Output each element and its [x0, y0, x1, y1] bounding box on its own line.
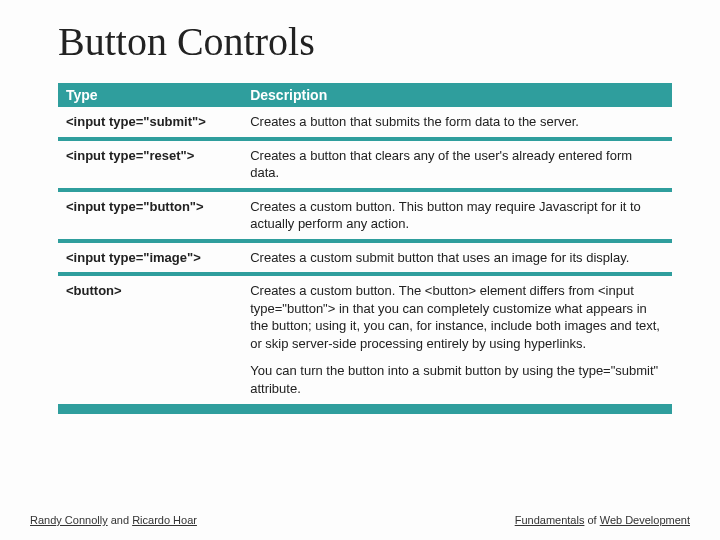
- cell-desc: Creates a custom submit button that uses…: [242, 241, 672, 275]
- footer-book: Fundamentals of Web Development: [515, 514, 690, 526]
- cell-type: <input type="reset">: [58, 139, 242, 190]
- cell-desc: Creates a custom button. The <button> el…: [242, 274, 672, 408]
- cell-desc: Creates a button that submits the form d…: [242, 107, 672, 139]
- table-row: <input type="button"> Creates a custom b…: [58, 190, 672, 241]
- col-type: Type: [58, 83, 242, 107]
- author-2: Ricardo Hoar: [132, 514, 197, 526]
- button-controls-table: Type Description <input type="submit"> C…: [58, 83, 672, 414]
- cell-type: <input type="button">: [58, 190, 242, 241]
- book-word-1: Fundamentals: [515, 514, 585, 526]
- cell-type: <input type="image">: [58, 241, 242, 275]
- desc-para2: You can turn the button into a submit bu…: [250, 362, 664, 397]
- author-1: Randy Connolly: [30, 514, 108, 526]
- book-word-2: Web Development: [600, 514, 690, 526]
- cell-type: <button>: [58, 274, 242, 408]
- desc-para1: Creates a custom button. The <button> el…: [250, 282, 664, 352]
- footer-sep: and: [108, 514, 132, 526]
- table-header-row: Type Description: [58, 83, 672, 107]
- footer-sep2: of: [584, 514, 599, 526]
- table-row: <input type="reset"> Creates a button th…: [58, 139, 672, 190]
- table-row: <button> Creates a custom button. The <b…: [58, 274, 672, 408]
- slide-footer: Randy Connolly and Ricardo Hoar Fundamen…: [0, 514, 720, 526]
- footer-authors: Randy Connolly and Ricardo Hoar: [30, 514, 197, 526]
- cell-desc: Creates a custom button. This button may…: [242, 190, 672, 241]
- cell-type: <input type="submit">: [58, 107, 242, 139]
- table-row: <input type="image"> Creates a custom su…: [58, 241, 672, 275]
- table-row: <input type="submit"> Creates a button t…: [58, 107, 672, 139]
- cell-desc: Creates a button that clears any of the …: [242, 139, 672, 190]
- col-desc: Description: [242, 83, 672, 107]
- page-title: Button Controls: [0, 0, 720, 71]
